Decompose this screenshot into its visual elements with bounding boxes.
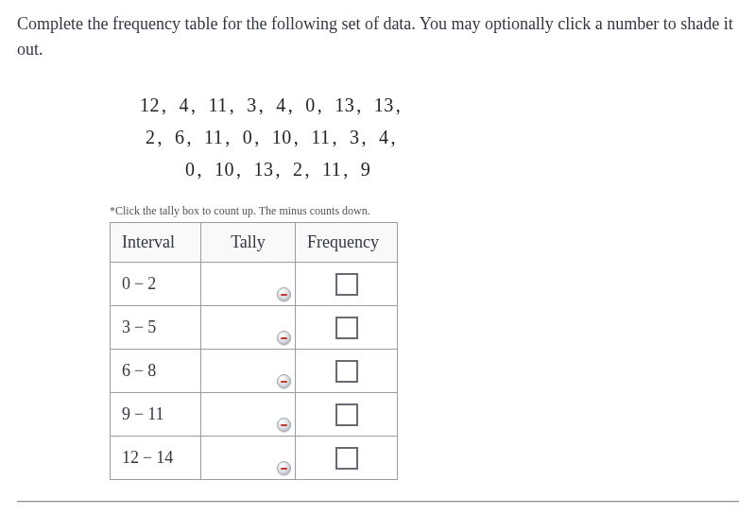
interval-high: 5 [147,317,156,336]
comma-sep: , [343,159,349,180]
table-row: 6−8 [111,350,398,393]
data-number[interactable]: 2 [144,121,158,153]
data-number[interactable]: 0 [303,89,318,121]
tally-cell[interactable] [201,350,296,393]
minus-icon[interactable] [277,331,291,345]
interval-dash: − [134,317,144,336]
data-row: 2, 6, 11, 0, 10, 11, 3, 4, [144,121,739,153]
comma-sep: , [294,127,300,147]
frequency-table: Interval Tally Frequency 0−2 3−5 6−8 9−1… [110,222,398,480]
data-number[interactable]: 0 [183,153,198,185]
comma-sep: , [396,94,402,115]
comma-sep: , [158,127,163,147]
comma-sep: , [288,94,294,115]
data-row: 0, 10, 13, 2, 11, 9 [183,153,739,185]
tally-hint: *Click the tally box to count up. The mi… [110,204,739,218]
frequency-cell [296,350,398,393]
data-number[interactable]: 13 [372,89,396,121]
comma-sep: , [362,127,368,147]
data-number[interactable]: 11 [202,121,225,153]
comma-sep: , [225,127,231,147]
interval-cell: 12−14 [111,437,201,480]
data-row: 12, 4, 11, 3, 4, 0, 13, 13, [138,89,739,121]
table-row: 9−11 [111,393,398,437]
data-number[interactable]: 11 [320,153,343,185]
comma-sep: , [187,127,193,147]
data-number[interactable]: 11 [207,89,230,121]
minus-icon[interactable] [277,287,291,301]
interval-low: 9 [122,404,130,423]
comma-sep: , [333,127,338,147]
data-number[interactable]: 3 [245,89,259,121]
frequency-input[interactable] [335,317,358,339]
minus-icon[interactable] [277,461,291,475]
data-number[interactable]: 0 [241,121,255,153]
interval-dash: − [134,361,144,380]
comma-sep: , [259,94,265,115]
interval-low: 0 [122,274,130,293]
frequency-cell [296,263,398,306]
data-number[interactable]: 4 [274,89,288,121]
interval-low: 6 [122,361,130,380]
frequency-cell [296,306,398,350]
frequency-input[interactable] [335,273,358,296]
data-number[interactable]: 3 [348,121,362,153]
minus-icon[interactable] [277,418,291,432]
comma-sep: , [318,94,323,115]
data-number[interactable]: 12 [138,89,162,121]
interval-cell: 0−2 [111,263,201,306]
interval-low: 3 [122,317,130,336]
divider [17,501,739,502]
table-row: 12−14 [111,437,398,480]
data-number[interactable]: 11 [309,121,332,153]
tally-cell[interactable] [201,263,296,306]
data-number[interactable]: 13 [333,89,356,121]
interval-dash: − [143,448,152,467]
data-set: 12, 4, 11, 3, 4, 0, 13, 13, 2, 6, 11, 0,… [138,89,739,185]
interval-low: 12 [122,448,139,467]
comma-sep: , [198,159,203,180]
interval-high: 14 [156,448,173,467]
instruction-text: Complete the frequency table for the fol… [17,11,739,62]
frequency-input[interactable] [335,360,358,383]
comma-sep: , [305,159,311,180]
comma-sep: , [254,127,260,147]
header-interval: Interval [111,223,201,263]
comma-sep: , [230,94,235,115]
interval-cell: 3−5 [111,306,201,350]
interval-high: 2 [147,274,156,293]
frequency-cell [296,393,398,437]
data-number[interactable]: 10 [270,121,294,153]
data-number[interactable]: 4 [178,89,192,121]
frequency-input[interactable] [335,447,358,470]
table-row: 0−2 [111,263,398,306]
interval-cell: 6−8 [111,350,201,393]
interval-cell: 9−11 [111,393,201,437]
header-tally: Tally [201,223,296,263]
comma-sep: , [276,159,282,180]
frequency-cell [296,437,398,480]
data-number[interactable]: 9 [359,153,373,185]
minus-icon[interactable] [277,374,291,388]
comma-sep: , [236,159,242,180]
table-row: 3−5 [111,306,398,350]
tally-cell[interactable] [201,393,296,437]
comma-sep: , [356,94,362,115]
header-frequency: Frequency [296,223,398,263]
comma-sep: , [191,94,197,115]
interval-dash: − [134,404,144,423]
tally-cell[interactable] [201,306,296,350]
data-number[interactable]: 6 [173,121,187,153]
data-number[interactable]: 2 [291,153,305,185]
interval-dash: − [134,274,144,293]
comma-sep: , [391,127,397,147]
data-number[interactable]: 10 [213,153,236,185]
data-number[interactable]: 4 [377,121,391,153]
comma-sep: , [162,94,167,115]
interval-high: 8 [147,361,156,380]
tally-cell[interactable] [201,437,296,480]
frequency-input[interactable] [335,403,358,426]
data-number[interactable]: 13 [252,153,276,185]
interval-high: 11 [147,404,163,423]
